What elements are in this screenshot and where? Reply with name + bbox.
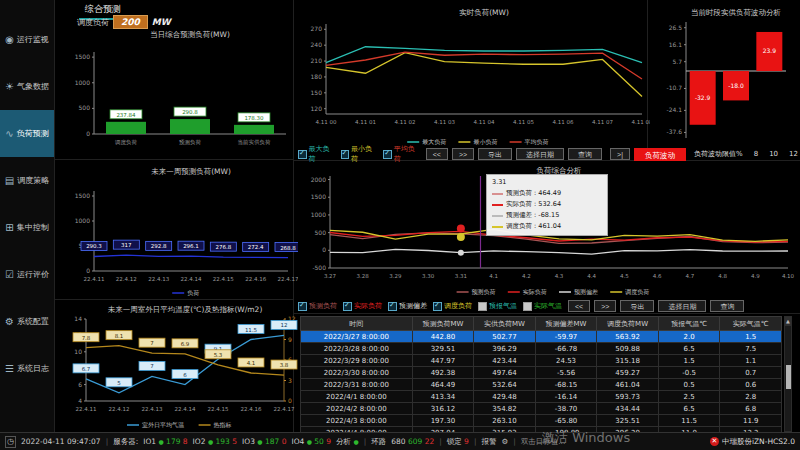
gear-icon[interactable]: ⚙ [501,437,508,446]
query-button[interactable]: 查询 [710,300,744,312]
svg-text:22.4.12: 22.4.12 [109,406,130,412]
table-cell: 413.34 [412,391,474,403]
svg-text:270: 270 [311,25,323,32]
svg-text:1500: 1500 [75,53,90,60]
divider: | [513,437,516,446]
svg-text:4.11 05: 4.11 05 [513,119,534,125]
svg-text:3.8: 3.8 [280,362,289,368]
jump-latest-button[interactable]: >| [610,148,630,160]
loop-err: 22 [425,437,435,446]
series-checkbox[interactable]: 预测偏差 [388,301,427,311]
series-checkbox[interactable]: 调度负荷 [433,301,472,311]
svg-text:室外日平均气温: 室外日平均气温 [142,421,184,429]
server-ok-count: 179 [164,437,183,446]
table-cell: 1.5 [720,331,782,343]
load-fluctuation-button[interactable]: 负荷波动 [634,148,686,161]
table-row[interactable]: 2022/4/3 8:00:00197.30263.10-65.80325.51… [301,415,782,427]
table-scrollbar[interactable]: ▲ [784,316,792,432]
checkbox-icon [343,302,352,311]
server-ok-count: 50 [312,437,326,446]
export-button[interactable]: 导出 [478,148,512,160]
svg-text:14: 14 [74,315,82,322]
server-err-count: 5 [232,437,237,446]
sidebar-item-central-control[interactable]: ⊞集中控制 [0,204,54,251]
sidebar-item-load-forecast[interactable]: ∿负荷预测 [0,110,54,157]
sidebar-item-dispatch-strategy[interactable]: ▤调度策略 [0,157,54,204]
divider-horizontal-right-2 [293,313,800,314]
table-cell: 593.73 [597,391,659,403]
page-next-button[interactable]: >> [452,148,474,160]
chart-temperature-heat-index: 未来一周室外日平均温度(℃)及热指标(W/m2)4681012140369122… [60,301,310,431]
scrollbar-thumb[interactable] [786,365,791,389]
table-row[interactable]: 2022/4/1 8:00:00413.34429.48-16.14593.73… [301,391,782,403]
sidebar-item-monitoring-label: 运行监视 [17,34,49,45]
table-header-row: 时间预测负荷MW实供负荷MW预测偏差MW调度负荷MW预报气温℃实际气温℃ [301,317,782,331]
table-row[interactable]: 2022/3/31 8:00:00464.49532.64-68.15461.0… [301,379,782,391]
table-cell: 492.38 [412,367,474,379]
sidebar-item-weather-label: 气象数据 [17,81,49,92]
table-cell: 464.49 [412,379,474,391]
sidebar-item-system-config[interactable]: ⚙系统配置 [0,298,54,345]
fluctuation-limit-option[interactable]: 8 [754,150,758,158]
svg-text:4.2: 4.2 [522,273,531,279]
series-checkbox[interactable]: 最大负荷 [298,144,335,164]
sidebar-item-system-log-label: 系统日志 [17,363,49,374]
page-next-button[interactable]: >> [594,300,616,312]
export-button[interactable]: 导出 [620,300,654,312]
sidebar-item-evaluation[interactable]: ☑运行评价 [0,251,54,298]
sidebar-item-weather[interactable]: ☀气象数据 [0,63,54,110]
server-status: IO3 ● 187 0 [242,437,286,446]
svg-text:22.4.17: 22.4.17 [278,276,299,282]
table-cell: 502.77 [474,331,536,343]
svg-text:1000: 1000 [75,79,90,86]
series-checkbox-label: 实际气温 [534,301,562,311]
svg-text:317: 317 [121,242,132,248]
chart-load-fluctuation: 当前时段实供负荷波动分析26.516.15.7-10.7-24.1-37.6-3… [652,4,798,146]
fluctuation-limit-option[interactable]: 10 [769,150,778,158]
chart-realtime-load: 实时负荷(MW)1201501802102402704.11 004.11 01… [298,4,650,148]
table-row[interactable]: 2022/4/2 8:00:00316.12354.82-38.70434.44… [301,403,782,415]
page-prev-button[interactable]: << [568,300,590,312]
scroll-up-arrow[interactable]: ▲ [785,317,791,326]
table-row[interactable]: 2022/3/29 8:00:00447.97423.4424.53315.18… [301,355,782,367]
table-cell: 532.64 [474,379,536,391]
svg-text:10: 10 [74,348,82,355]
loop-ok: 609 [408,437,425,446]
query-button[interactable]: 查询 [568,148,602,160]
tooltip-row: 实际负荷 : 532.64 [492,199,602,210]
table-row[interactable]: 2022/3/27 8:00:00442.80502.77-59.97563.9… [301,331,782,343]
sidebar-item-monitoring[interactable]: ◉运行监视 [0,16,54,63]
svg-text:178.30: 178.30 [244,115,264,121]
series-checkbox[interactable]: 预报气温 [478,301,517,311]
select-date-button[interactable]: 选择日期 [516,148,564,160]
fluctuation-limit-option[interactable]: 12 [789,150,798,158]
divider-horizontal-left [55,159,293,160]
server-err-count: 8 [183,437,188,446]
series-checkbox[interactable]: 实际负荷 [343,301,382,311]
tooltip-row: 调度负荷 : 461.04 [492,221,602,232]
table-cell: 509.88 [597,343,659,355]
svg-text:4.11 04: 4.11 04 [474,119,495,125]
page-prev-button[interactable]: << [426,148,448,160]
table-cell: 459.27 [597,367,659,379]
table-cell: 11.9 [720,415,782,427]
svg-text:-24.1: -24.1 [666,106,682,113]
svg-text:4.4: 4.4 [587,273,596,279]
series-checkbox[interactable]: 最小负荷 [341,144,378,164]
svg-text:6: 6 [183,372,187,378]
svg-text:22.4.13: 22.4.13 [142,406,163,412]
svg-text:-18.0: -18.0 [728,82,744,89]
table-row[interactable]: 2022/3/30 8:00:00492.38497.64-5.56459.27… [301,367,782,379]
series-checkbox[interactable]: 实际气温 [523,301,562,311]
sidebar-item-system-log[interactable]: ☰系统日志 [0,345,54,392]
table-cell: -0.5 [658,367,720,379]
table-row[interactable]: 2022/3/28 8:00:00329.51396.29-66.78509.8… [301,343,782,355]
server-ok-count: 193 [213,437,232,446]
series-checkbox[interactable]: 平均负荷 [383,144,420,164]
loop-values: 680 609 22 [391,437,434,446]
svg-text:2000: 2000 [311,176,326,183]
table-cell: 497.64 [474,367,536,379]
svg-text:实际负荷: 实际负荷 [523,288,547,296]
select-date-button[interactable]: 选择日期 [658,300,706,312]
svg-text:3.30: 3.30 [422,273,435,279]
